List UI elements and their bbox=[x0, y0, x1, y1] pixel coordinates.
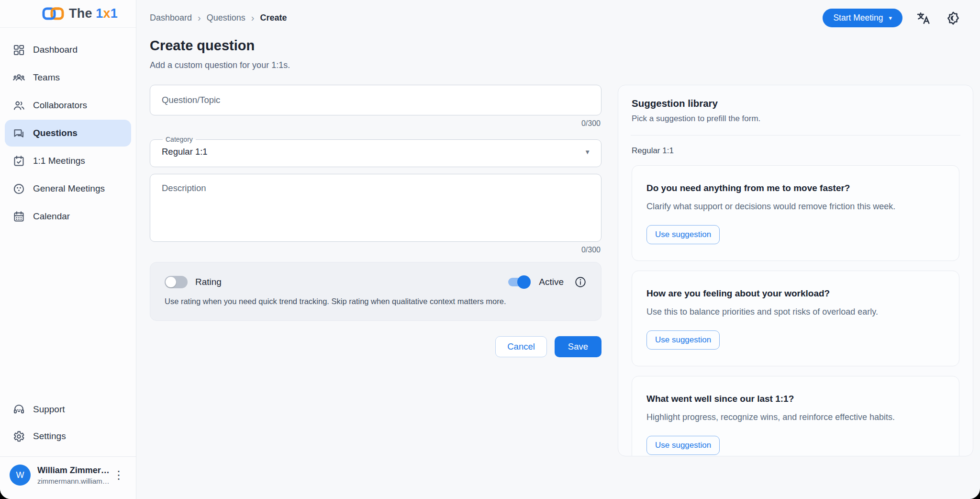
active-toggle[interactable] bbox=[508, 278, 529, 286]
active-toggle-label: Active bbox=[539, 277, 564, 287]
support-icon bbox=[12, 403, 25, 416]
brand-seg2: x bbox=[103, 6, 111, 21]
breadcrumb: Dashboard › Questions › Create bbox=[150, 12, 287, 23]
chevron-right-icon: › bbox=[198, 12, 201, 23]
theme-toggle-button[interactable] bbox=[945, 10, 962, 27]
sidebar-item-label: Settings bbox=[33, 431, 66, 442]
profile-name: William Zimmer… bbox=[37, 465, 103, 476]
sidebar-item-questions[interactable]: Questions bbox=[5, 120, 131, 147]
suggestion-question: What went well since our last 1:1? bbox=[646, 394, 945, 404]
user-profile[interactable]: W William Zimmer… zimmermann.william… ⋮ bbox=[0, 456, 136, 492]
save-button[interactable]: Save bbox=[555, 336, 601, 357]
sidebar-item-calendar[interactable]: Calendar bbox=[5, 203, 131, 230]
sidebar-item-support[interactable]: Support bbox=[5, 396, 131, 423]
chevron-right-icon: › bbox=[251, 12, 255, 23]
sidebar-item-teams[interactable]: Teams bbox=[5, 64, 131, 91]
category-value: Regular 1:1 bbox=[162, 147, 208, 157]
profile-menu-icon[interactable]: ⋮ bbox=[110, 467, 127, 483]
question-char-counter: 0/300 bbox=[150, 119, 601, 128]
suggestion-question: Do you need anything from me to move fas… bbox=[646, 183, 945, 193]
suggestion-library-panel: Suggestion library Pick a suggestion to … bbox=[618, 85, 973, 456]
topbar: Dashboard › Questions › Create Start Mee… bbox=[150, 0, 973, 27]
breadcrumb-create: Create bbox=[260, 13, 287, 23]
one-on-one-meetings-icon bbox=[12, 155, 25, 168]
breadcrumb-questions[interactable]: Questions bbox=[207, 13, 245, 23]
page-head: Create question Add a custom question fo… bbox=[150, 38, 973, 70]
start-meeting-label: Start Meeting bbox=[833, 13, 883, 23]
sidebar-item-label: Calendar bbox=[33, 211, 70, 222]
category-select[interactable]: Category Regular 1:1 ▼ bbox=[150, 136, 601, 167]
profile-email: zimmermann.william… bbox=[37, 477, 103, 485]
cancel-button[interactable]: Cancel bbox=[495, 336, 547, 357]
question-topic-input[interactable] bbox=[150, 85, 601, 115]
suggestion-description: Highlight progress, recognize wins, and … bbox=[646, 412, 945, 422]
teams-icon bbox=[12, 71, 25, 84]
settings-icon bbox=[12, 430, 25, 443]
use-suggestion-button[interactable]: Use suggestion bbox=[646, 330, 720, 350]
divider bbox=[631, 135, 960, 136]
start-meeting-button[interactable]: Start Meeting ▾ bbox=[823, 9, 902, 27]
sidebar-item-label: General Meetings bbox=[33, 183, 105, 194]
profile-meta: William Zimmer… zimmermann.william… bbox=[37, 465, 103, 485]
form-actions: Cancel Save bbox=[150, 336, 601, 357]
category-label: Category bbox=[163, 136, 196, 143]
brand-name: The 1x1 bbox=[69, 6, 118, 21]
page-subtitle: Add a custom question for your 1:1s. bbox=[150, 60, 973, 70]
sidebar-footer: Support Settings W William Zimmer… zimme… bbox=[0, 396, 136, 499]
theme-brightness-icon bbox=[946, 11, 961, 26]
suggestion-card: What went well since our last 1:1? Highl… bbox=[632, 376, 959, 456]
general-meetings-icon bbox=[12, 182, 25, 195]
brand-seg1: 1 bbox=[96, 6, 103, 21]
avatar-initial: W bbox=[16, 470, 24, 480]
suggestion-description: Clarify what support or decisions would … bbox=[646, 202, 945, 212]
app-window: The 1x1 Dashboard Teams Collaborators Qu… bbox=[0, 0, 980, 499]
translate-button[interactable] bbox=[915, 10, 932, 27]
sidebar-item-dashboard[interactable]: Dashboard bbox=[5, 36, 131, 63]
suggestion-card: Do you need anything from me to move fas… bbox=[632, 165, 959, 261]
top-actions: Start Meeting ▾ bbox=[823, 9, 968, 27]
description-textarea[interactable] bbox=[150, 174, 601, 242]
create-question-form: 0/300 Category Regular 1:1 ▼ 0/300 Ratin… bbox=[150, 85, 601, 357]
sidebar-item-1-1-meetings[interactable]: 1:1 Meetings bbox=[5, 147, 131, 174]
description-char-counter: 0/300 bbox=[150, 246, 601, 254]
rating-help-text: Use rating when you need quick trend tra… bbox=[165, 297, 587, 306]
suggestion-question: How are you feeling about your workload? bbox=[646, 288, 945, 299]
chevron-down-icon: ▾ bbox=[889, 15, 892, 21]
brand-logo-icon bbox=[42, 7, 64, 21]
dashboard-icon bbox=[12, 44, 25, 57]
sidebar-item-collaborators[interactable]: Collaborators bbox=[5, 92, 131, 119]
select-caret-icon: ▼ bbox=[584, 148, 593, 156]
questions-icon bbox=[12, 127, 25, 140]
brand-seg3: 1 bbox=[111, 6, 118, 21]
sidebar-item-label: Collaborators bbox=[33, 100, 87, 111]
sidebar-item-label: 1:1 Meetings bbox=[33, 156, 85, 166]
sidebar-item-settings[interactable]: Settings bbox=[5, 423, 131, 450]
rating-toggle[interactable] bbox=[165, 276, 188, 288]
info-icon[interactable] bbox=[574, 276, 587, 288]
sidebar-item-label: Teams bbox=[33, 72, 60, 83]
sidebar: The 1x1 Dashboard Teams Collaborators Qu… bbox=[0, 0, 136, 499]
suggestion-library-title: Suggestion library bbox=[632, 98, 959, 109]
sidebar-item-general-meetings[interactable]: General Meetings bbox=[5, 175, 131, 202]
suggestion-description: Use this to balance priorities and spot … bbox=[646, 307, 945, 317]
use-suggestion-button[interactable]: Use suggestion bbox=[646, 225, 720, 244]
use-suggestion-button[interactable]: Use suggestion bbox=[646, 436, 720, 455]
page-title: Create question bbox=[150, 38, 973, 54]
sidebar-nav: Dashboard Teams Collaborators Questions … bbox=[0, 28, 136, 230]
suggestion-section-label: Regular 1:1 bbox=[632, 146, 959, 156]
avatar: W bbox=[10, 465, 31, 486]
sidebar-item-label: Dashboard bbox=[33, 45, 78, 55]
translate-icon bbox=[916, 11, 931, 26]
brand-word: The bbox=[69, 6, 92, 21]
suggestion-card: How are you feeling about your workload?… bbox=[632, 271, 959, 366]
rating-card: Rating Active Use rating when you need q… bbox=[150, 262, 601, 321]
calendar-icon bbox=[12, 210, 25, 223]
suggestion-library-subtitle: Pick a suggestion to prefill the form. bbox=[632, 114, 959, 124]
rating-toggle-label: Rating bbox=[195, 277, 222, 287]
sidebar-item-label: Questions bbox=[33, 128, 78, 138]
sidebar-item-label: Support bbox=[33, 404, 65, 415]
main-content: Dashboard › Questions › Create Start Mee… bbox=[136, 0, 980, 499]
breadcrumb-dashboard[interactable]: Dashboard bbox=[150, 13, 192, 23]
collaborators-icon bbox=[12, 99, 25, 112]
brand-logo[interactable]: The 1x1 bbox=[0, 0, 136, 28]
